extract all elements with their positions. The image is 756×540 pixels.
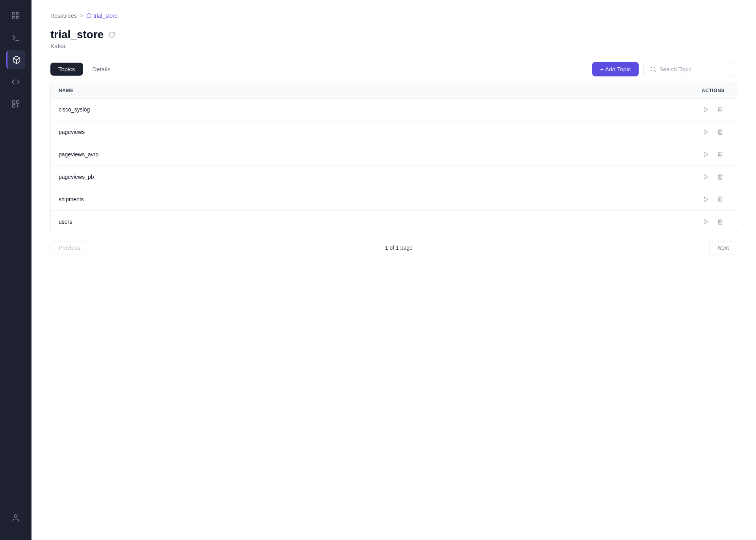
topic-name: cisco_syslog	[59, 106, 697, 113]
add-topic-button[interactable]: + Add Topic	[592, 62, 639, 76]
topic-name: users	[59, 219, 697, 225]
row-actions	[697, 127, 729, 137]
page-header: trial_store Kafka	[50, 28, 737, 49]
topic-name: shipments	[59, 196, 697, 202]
svg-rect-0	[13, 13, 15, 15]
sidebar-item-blocks[interactable]	[6, 95, 25, 113]
delete-button[interactable]	[715, 172, 725, 182]
svg-marker-15	[704, 174, 708, 179]
page-subtitle: Kafka	[50, 43, 737, 49]
breadcrumb: Resources > trial_store	[50, 13, 737, 19]
play-button[interactable]	[701, 105, 711, 114]
topic-name: pageviews_pb	[59, 174, 697, 180]
row-actions	[697, 195, 729, 204]
tabs: Topics Details	[50, 63, 592, 76]
play-button[interactable]	[701, 195, 711, 204]
row-actions	[697, 150, 729, 159]
sidebar	[0, 0, 32, 540]
pagination: Previous 1 of 1 page Next	[50, 233, 737, 258]
play-button[interactable]	[701, 217, 711, 226]
svg-line-11	[654, 71, 656, 72]
row-actions	[697, 172, 729, 182]
delete-button[interactable]	[715, 217, 725, 226]
table-row: pageviews	[51, 121, 737, 143]
main-content: Resources > trial_store trial_store	[32, 0, 756, 540]
tab-details[interactable]: Details	[85, 63, 119, 76]
sidebar-item-cube[interactable]	[6, 50, 25, 69]
table-row: cisco_syslog	[51, 98, 737, 121]
topics-table: NAME ACTIONS cisco_syslog	[50, 83, 737, 233]
play-button[interactable]	[701, 150, 711, 159]
table-body: cisco_syslog page	[51, 98, 737, 233]
svg-marker-16	[704, 197, 708, 202]
svg-rect-2	[13, 17, 15, 19]
delete-button[interactable]	[715, 150, 725, 159]
tab-topics[interactable]: Topics	[50, 63, 83, 76]
svg-point-9	[14, 515, 17, 518]
delete-button[interactable]	[715, 127, 725, 137]
play-button[interactable]	[701, 127, 711, 137]
table-header: NAME ACTIONS	[51, 83, 737, 98]
column-actions-header: ACTIONS	[697, 88, 729, 93]
page-title: trial_store	[50, 28, 104, 41]
row-actions	[697, 105, 729, 114]
svg-marker-17	[704, 219, 708, 224]
breadcrumb-separator: >	[80, 13, 83, 19]
delete-button[interactable]	[715, 105, 725, 114]
breadcrumb-current: trial_store	[86, 13, 117, 19]
sidebar-item-user[interactable]	[6, 508, 25, 527]
table-row: pageviews_pb	[51, 166, 737, 188]
svg-marker-14	[704, 152, 708, 157]
play-button[interactable]	[701, 172, 711, 182]
topic-name: pageviews	[59, 129, 697, 135]
tabs-toolbar: Topics Details + Add Topic	[50, 62, 737, 76]
topic-name: pageviews_avro	[59, 151, 697, 158]
resource-icon	[86, 13, 92, 19]
pagination-info: 1 of 1 page	[385, 245, 413, 251]
delete-button[interactable]	[715, 195, 725, 204]
next-button[interactable]: Next	[709, 241, 737, 254]
search-icon	[650, 66, 656, 72]
previous-button[interactable]: Previous	[50, 241, 88, 254]
svg-rect-6	[13, 101, 15, 103]
sidebar-item-code[interactable]	[6, 72, 25, 91]
svg-rect-1	[17, 13, 19, 15]
svg-marker-12	[704, 107, 708, 112]
svg-marker-13	[704, 130, 708, 134]
search-input[interactable]	[660, 66, 730, 72]
table-row: pageviews_avro	[51, 143, 737, 166]
table-row: shipments	[51, 188, 737, 211]
search-box	[643, 63, 737, 76]
svg-rect-8	[13, 105, 15, 107]
svg-rect-3	[17, 17, 19, 19]
sidebar-item-dashboard[interactable]	[6, 6, 25, 25]
svg-rect-7	[17, 101, 19, 103]
toolbar: + Add Topic	[592, 62, 737, 76]
column-name-header: NAME	[59, 88, 697, 93]
refresh-icon[interactable]	[108, 31, 115, 38]
table-row: users	[51, 211, 737, 233]
breadcrumb-resources[interactable]: Resources	[50, 13, 77, 19]
sidebar-item-terminal[interactable]	[6, 28, 25, 47]
row-actions	[697, 217, 729, 226]
